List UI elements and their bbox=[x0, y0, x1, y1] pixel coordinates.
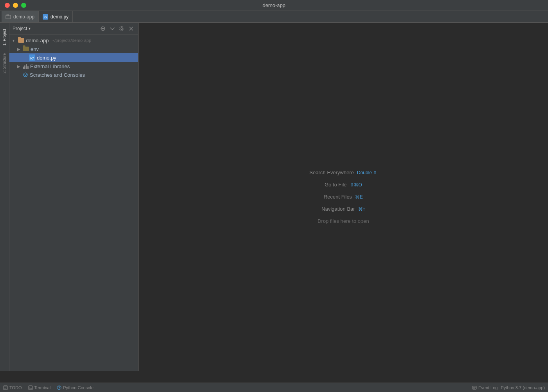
event-log-label: Event Log bbox=[478, 385, 498, 390]
event-log-icon bbox=[472, 385, 477, 390]
terminal-label: Terminal bbox=[34, 385, 51, 390]
tree-chevron: ▾ bbox=[13, 38, 16, 43]
close-button[interactable] bbox=[5, 3, 10, 8]
tree-item-external-libraries[interactable]: ▶ External Libraries bbox=[9, 62, 138, 70]
collapse-all-button[interactable] bbox=[108, 25, 116, 33]
svg-point-21 bbox=[121, 27, 123, 29]
tree-label-demo-app: demo-app bbox=[26, 38, 49, 43]
tab-demo-py-label: demo.py bbox=[50, 14, 68, 20]
demo-py-icon: py bbox=[29, 54, 35, 61]
root-folder-icon bbox=[18, 38, 24, 43]
tab-project-label: demo-app bbox=[13, 14, 34, 20]
tab-bar: demo-app py demo.py Add Configuration...… bbox=[0, 11, 548, 23]
tab-project[interactable]: demo-app bbox=[2, 11, 39, 22]
sidebar-strip: 1: Project 2: Structure bbox=[0, 23, 9, 371]
status-left: TODO Terminal Python Console bbox=[3, 385, 94, 390]
window-controls[interactable] bbox=[5, 3, 26, 8]
project-icon bbox=[5, 14, 11, 20]
svg-point-25 bbox=[23, 73, 27, 77]
hint-label-navbar: Navigation Bar bbox=[321, 206, 355, 212]
sidebar-item-project[interactable]: 1: Project bbox=[2, 26, 7, 49]
hint-label-search: Search Everywhere bbox=[310, 170, 354, 175]
svg-line-20 bbox=[112, 28, 114, 30]
hint-shortcut-search: Double ⇧ bbox=[357, 170, 377, 175]
tree-item-env[interactable]: ▶ env bbox=[9, 45, 138, 53]
python-console-icon bbox=[57, 385, 61, 390]
svg-point-22 bbox=[120, 26, 124, 31]
hint-label-drop: Drop files here to open bbox=[317, 218, 369, 224]
status-right: Event Log Python 3.7 (demo-app) bbox=[472, 385, 545, 390]
external-libraries-icon bbox=[23, 63, 29, 69]
tree-chevron-env: ▶ bbox=[17, 47, 21, 51]
sidebar-item-structure[interactable]: 2: Structure bbox=[2, 50, 7, 77]
panel-header: Project ▾ bbox=[9, 23, 138, 34]
hint-go-to-file: Go to File ⇧⌘O bbox=[324, 182, 362, 188]
panel-title-label: Project bbox=[13, 26, 27, 31]
editor-area: Search Everywhere Double ⇧ Go to File ⇧⌘… bbox=[139, 23, 548, 371]
chevron-down-icon: ▾ bbox=[29, 26, 31, 31]
tree-item-scratches[interactable]: Scratches and Consoles bbox=[9, 70, 138, 79]
python-console-label: Python Console bbox=[63, 385, 94, 390]
hint-navigation-bar: Navigation Bar ⌘↑ bbox=[321, 206, 365, 212]
settings-button[interactable] bbox=[118, 25, 126, 33]
py-file-icon: py bbox=[43, 14, 48, 20]
maximize-button[interactable] bbox=[21, 3, 26, 8]
tree-chevron-extlibs: ▶ bbox=[17, 64, 21, 69]
tree-item-demo-py[interactable]: py demo.py bbox=[9, 53, 138, 62]
hint-shortcut-navbar: ⌘↑ bbox=[358, 206, 365, 212]
python-version-item[interactable]: Python 3.7 (demo-app) bbox=[501, 385, 545, 390]
panel-actions bbox=[99, 25, 135, 33]
hint-label-recent: Recent Files bbox=[324, 194, 352, 200]
terminal-item[interactable]: Terminal bbox=[28, 385, 51, 390]
locate-button[interactable] bbox=[99, 25, 107, 33]
hint-shortcut-goto: ⇧⌘O bbox=[350, 182, 362, 188]
title-bar: demo-app bbox=[0, 0, 548, 11]
svg-point-14 bbox=[102, 28, 104, 29]
todo-label: TODO bbox=[9, 385, 22, 390]
event-log-item[interactable]: Event Log bbox=[472, 385, 498, 390]
minimize-button[interactable] bbox=[13, 3, 18, 8]
python-console-item[interactable]: Python Console bbox=[57, 385, 94, 390]
svg-line-19 bbox=[110, 28, 112, 30]
project-panel: Project ▾ bbox=[9, 23, 139, 371]
terminal-icon bbox=[28, 385, 33, 390]
todo-item[interactable]: TODO bbox=[3, 385, 22, 390]
scratches-icon bbox=[23, 72, 28, 78]
main-layout: 1: Project 2: Structure Project ▾ bbox=[0, 23, 548, 371]
python-version-label: Python 3.7 (demo-app) bbox=[501, 385, 545, 390]
panel-title[interactable]: Project ▾ bbox=[13, 26, 31, 31]
close-panel-button[interactable] bbox=[127, 25, 135, 33]
svg-point-33 bbox=[59, 388, 59, 388]
file-tree: ▾ demo-app ~/projects/demo-app ▶ env py … bbox=[9, 34, 138, 371]
tree-sublabel-demo-app: ~/projects/demo-app bbox=[52, 38, 92, 43]
hint-recent-files: Recent Files ⌘E bbox=[324, 194, 363, 200]
tree-item-demo-app[interactable]: ▾ demo-app ~/projects/demo-app bbox=[9, 36, 138, 45]
todo-icon bbox=[3, 385, 8, 390]
hint-search-everywhere: Search Everywhere Double ⇧ bbox=[310, 170, 377, 175]
hint-shortcut-recent: ⌘E bbox=[355, 194, 363, 200]
status-bar: TODO Terminal Python Console bbox=[0, 383, 548, 392]
tree-label-external-libraries: External Libraries bbox=[30, 63, 70, 69]
tree-label-env: env bbox=[31, 46, 39, 52]
tree-label-demo-py: demo.py bbox=[37, 55, 56, 61]
hint-label-goto: Go to File bbox=[324, 182, 346, 188]
editor-welcome: Search Everywhere Double ⇧ Go to File ⇧⌘… bbox=[139, 23, 548, 371]
svg-rect-30 bbox=[29, 386, 32, 390]
window-title: demo-app bbox=[263, 2, 286, 8]
tree-label-scratches: Scratches and Consoles bbox=[30, 72, 85, 78]
hint-drop-files: Drop files here to open bbox=[317, 218, 369, 224]
tab-demo-py[interactable]: py demo.py bbox=[39, 11, 73, 22]
svg-rect-34 bbox=[472, 386, 476, 389]
env-folder-icon bbox=[23, 47, 29, 51]
